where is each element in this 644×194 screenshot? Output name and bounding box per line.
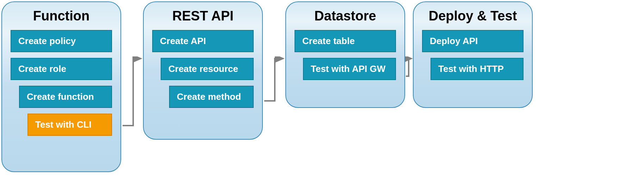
step-create-api: Create API — [152, 30, 254, 52]
stage-title: Deploy & Test — [422, 8, 524, 24]
step-create-resource: Create resource — [161, 58, 254, 80]
stage-function: Function Create policy Create role Creat… — [1, 1, 121, 172]
stage-title: Datastore — [295, 8, 396, 24]
step-create-method: Create method — [169, 86, 254, 108]
step-create-policy: Create policy — [11, 30, 112, 52]
stage-datastore: Datastore Create table Test with API GW — [285, 1, 405, 108]
stage-restapi: REST API Create API Create resource Crea… — [143, 1, 263, 140]
step-test-with-api-gw: Test with API GW — [303, 58, 396, 80]
stage-title: REST API — [152, 8, 254, 24]
arrow-restapi-to-datastore — [263, 56, 287, 102]
step-create-function: Create function — [19, 86, 112, 108]
step-create-role: Create role — [11, 58, 112, 80]
step-create-table: Create table — [295, 30, 396, 52]
stage-title: Function — [11, 8, 112, 24]
step-test-with-http: Test with HTTP — [431, 58, 524, 80]
arrow-function-to-restapi — [121, 56, 144, 127]
stage-deploy-test: Deploy & Test Deploy API Test with HTTP — [413, 1, 533, 108]
step-test-with-cli: Test with CLI — [27, 114, 112, 136]
step-deploy-api: Deploy API — [422, 30, 524, 52]
